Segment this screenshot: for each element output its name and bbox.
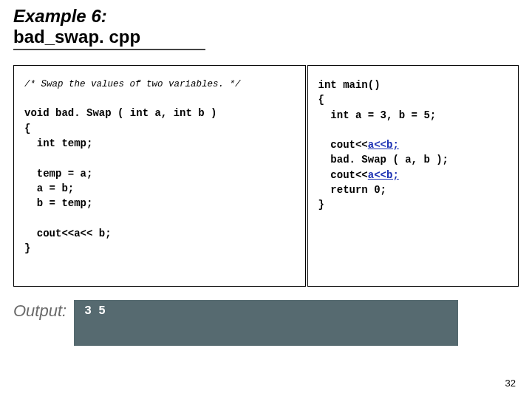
output-label: Output: [13, 300, 66, 321]
code-line: cout<<a<< b; [24, 226, 298, 241]
code-line: int a = 3, b = 5; [318, 108, 511, 123]
code-line: } [318, 197, 511, 212]
code-line: { [24, 121, 298, 136]
code-line: cout<<a<<b; [318, 137, 511, 152]
code-line: { [318, 92, 511, 107]
cout-link[interactable]: a<<b; [368, 139, 399, 151]
code-line: temp = a; [24, 166, 298, 181]
title-underline [13, 49, 205, 50]
code-line: a = b; [24, 181, 298, 196]
cout-prefix: cout<< [318, 139, 368, 151]
page-number: 32 [505, 378, 516, 389]
cout-link[interactable]: a<<b; [368, 169, 399, 181]
code-line: bad. Swap ( a, b ); [318, 152, 511, 167]
code-right: int main() { int a = 3, b = 5; cout<<a<<… [307, 65, 519, 287]
code-left: /* Swap the values of two variables. */ … [13, 65, 306, 287]
code-line: void bad. Swap ( int a, int b ) [24, 106, 298, 120]
code-line: b = temp; [24, 196, 298, 211]
title-line1: Example 6: [13, 6, 519, 27]
code-comment: /* Swap the values of two variables. */ [24, 78, 298, 91]
title-line2: bad_swap. cpp [13, 27, 140, 47]
code-line: return 0; [318, 183, 511, 197]
cout-prefix: cout<< [318, 169, 368, 181]
slide-title: Example 6: bad_swap. cpp [13, 6, 519, 50]
code-line: cout<<a<<b; [318, 168, 511, 183]
code-line: int temp; [24, 136, 298, 151]
code-line: } [24, 241, 298, 256]
code-container: /* Swap the values of two variables. */ … [13, 65, 519, 287]
output-section: Output: 3 5 [13, 300, 519, 346]
code-line: int main() [318, 78, 511, 92]
output-box: 3 5 [74, 300, 458, 346]
